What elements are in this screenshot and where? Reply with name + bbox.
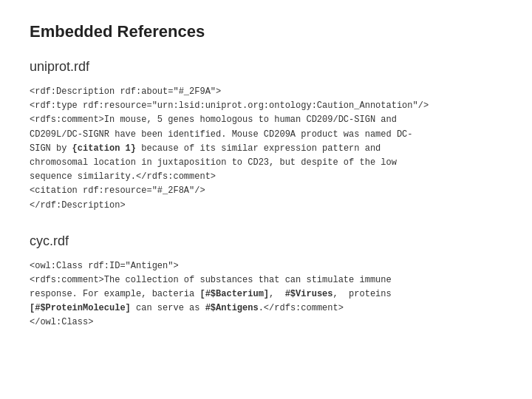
- code-block-uniprot: <rdf:Description rdf:about="#_2F9A"><rdf…: [30, 85, 502, 213]
- code-line: response. For example, bacteria [#$Bacte…: [30, 287, 502, 301]
- code-block-cyc: <owl:Class rdf:ID="Antigen"><rdfs:commen…: [30, 259, 502, 330]
- code-line: <rdfs:comment>The collection of substanc…: [30, 273, 502, 287]
- section-title-cyc: cyc.rdf: [30, 233, 502, 249]
- code-line: CD209L/DC-SIGNR have been identified. Mo…: [30, 128, 502, 142]
- section-uniprot: uniprot.rdf<rdf:Description rdf:about="#…: [30, 59, 502, 213]
- section-title-uniprot: uniprot.rdf: [30, 59, 502, 75]
- code-line: </owl:Class>: [30, 316, 502, 330]
- code-line: chromosomal location in juxtaposition to…: [30, 156, 502, 170]
- code-line: SIGN by {citation 1} because of its simi…: [30, 142, 502, 156]
- section-cyc: cyc.rdf<owl:Class rdf:ID="Antigen"><rdfs…: [30, 233, 502, 330]
- bold-term: #$Viruses: [285, 289, 333, 299]
- bold-term: [#$Bacterium]: [200, 289, 269, 299]
- bold-term: {citation 1}: [72, 143, 136, 154]
- code-line: <rdf:Description rdf:about="#_2F9A">: [30, 85, 502, 99]
- code-line: <citation rdf:resource="#_2F8A"/>: [30, 184, 502, 198]
- code-line: <rdf:type rdf:resource="urn:lsid:uniprot…: [30, 99, 502, 113]
- code-line: sequence similarity.</rdfs:comment>: [30, 170, 502, 184]
- bold-term: [#$ProteinMolecule]: [30, 303, 131, 313]
- bold-term: #$Antigens: [205, 303, 259, 313]
- code-line: </rdf:Description>: [30, 199, 502, 213]
- code-line: [#$ProteinMolecule] can serve as #$Antig…: [30, 301, 502, 316]
- code-line: <rdfs:comment>In mouse, 5 genes homologo…: [30, 113, 502, 127]
- code-line: <owl:Class rdf:ID="Antigen">: [30, 259, 502, 273]
- page-title: Embedded References: [30, 22, 502, 41]
